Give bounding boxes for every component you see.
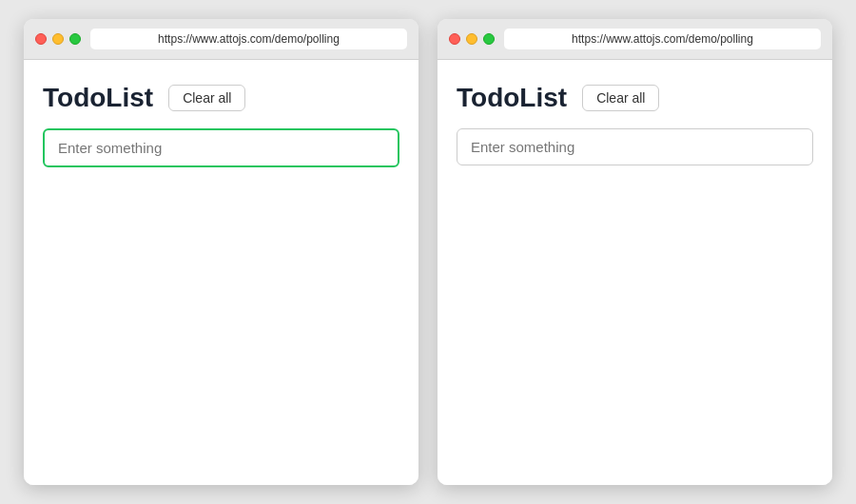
todo-input-left[interactable] bbox=[43, 128, 399, 167]
app-header-right: TodoList Clear all bbox=[457, 83, 813, 113]
titlebar-right: https://www.attojs.com/demo/polling bbox=[438, 19, 832, 60]
browser-content-right: TodoList Clear all bbox=[438, 60, 832, 485]
todo-input-right[interactable] bbox=[457, 128, 813, 165]
browser-window-left: https://www.attojs.com/demo/polling Todo… bbox=[24, 19, 418, 485]
close-button-left[interactable] bbox=[35, 33, 47, 45]
address-bar-right[interactable]: https://www.attojs.com/demo/polling bbox=[504, 29, 821, 49]
browser-content-left: TodoList Clear all bbox=[24, 60, 418, 485]
minimize-button-right[interactable] bbox=[466, 33, 477, 45]
clear-all-button-left[interactable]: Clear all bbox=[168, 85, 245, 111]
traffic-lights-right bbox=[449, 33, 495, 45]
browser-window-right: https://www.attojs.com/demo/polling Todo… bbox=[438, 19, 832, 485]
app-title-right: TodoList bbox=[457, 83, 567, 113]
app-title-left: TodoList bbox=[43, 83, 153, 113]
minimize-button-left[interactable] bbox=[52, 33, 64, 45]
maximize-button-right[interactable] bbox=[483, 33, 495, 45]
clear-all-button-right[interactable]: Clear all bbox=[582, 85, 659, 111]
maximize-button-left[interactable] bbox=[69, 33, 81, 45]
address-bar-left[interactable]: https://www.attojs.com/demo/polling bbox=[90, 29, 407, 49]
close-button-right[interactable] bbox=[449, 33, 460, 45]
titlebar-left: https://www.attojs.com/demo/polling bbox=[24, 19, 418, 60]
traffic-lights-left bbox=[35, 33, 81, 45]
app-header-left: TodoList Clear all bbox=[43, 83, 399, 113]
